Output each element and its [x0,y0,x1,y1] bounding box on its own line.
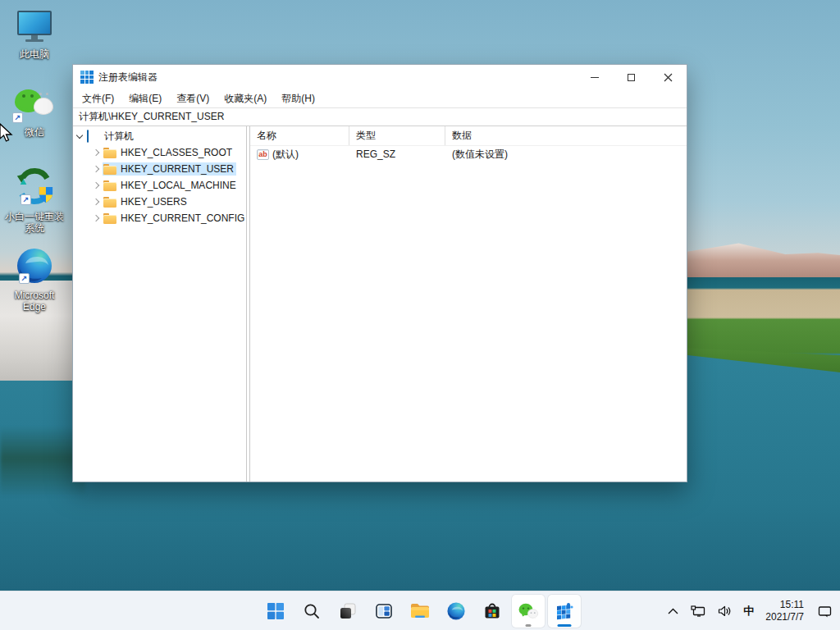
tree-item-hkey-current-config[interactable]: HKEY_CURRENT_CONFIG [73,210,246,226]
titlebar[interactable]: 注册表编辑器 [73,65,687,89]
tree-item-label: HKEY_USERS [116,196,187,208]
tree-item-label: HKEY_CURRENT_CONFIG [116,212,244,224]
table-row[interactable]: ab (默认) REG_SZ (数值未设置) [250,146,687,162]
desktop-icon-xiaobai-reinstall[interactable]: ↗ 小白一键重装 系统 [0,164,69,234]
tree-item-hkey-classes-root[interactable]: HKEY_CLASSES_ROOT [73,144,246,161]
volume-button[interactable] [714,602,735,620]
edge-taskbar-button[interactable] [440,595,472,628]
wechat-taskbar-button[interactable] [512,595,545,628]
desktop-icon-label: Microsoft Edge [15,290,55,313]
running-indicator [526,624,532,627]
minimize-icon [591,77,599,78]
folder-icon [103,197,116,208]
wechat-icon: ↗ [14,84,55,124]
clock-time: 15:11 [765,599,804,611]
menu-help[interactable]: 帮助(H) [274,89,322,107]
regedit-taskbar-button[interactable] [548,595,581,628]
wallpaper-grass [684,348,840,372]
microsoft-store-button[interactable] [476,595,509,628]
xiaobai-reinstall-icon: ↗ [14,164,55,208]
tree-item-hkey-current-user[interactable]: HKEY_CURRENT_USER [73,161,246,177]
shortcut-arrow-icon: ↗ [12,112,23,123]
edge-icon [446,601,466,621]
desktop-icon-edge[interactable]: ↗ Microsoft Edge [0,244,69,313]
desktop-icon-label: 微信 [25,126,44,138]
chevron-right-icon[interactable] [89,162,103,176]
value-list: 名称 类型 数据 ab (默认) REG_SZ (数值未设置) [250,126,687,482]
tree-item-computer[interactable]: 计算机 [73,128,246,144]
shortcut-arrow-icon: ↗ [21,194,31,205]
start-button[interactable] [259,595,292,628]
ime-indicator[interactable]: 中 [741,600,756,622]
widgets-button[interactable] [368,595,400,628]
menubar: 文件(F) 编辑(E) 查看(V) 收藏夹(A) 帮助(H) [73,89,687,107]
reg-sz-icon: ab [257,149,269,160]
registry-tree: 计算机 HKEY_CLASSES_ROOT HKEY_CURRENT_USER [73,126,246,482]
this-pc-icon [14,7,55,46]
tree-item-hkey-users[interactable]: HKEY_USERS [73,194,246,210]
chevron-right-icon[interactable] [89,212,103,225]
clock-date: 2021/7/7 [765,611,804,623]
notification-icon [818,605,832,618]
mouse-cursor [0,123,13,143]
clock[interactable]: 15:11 2021/7/7 [762,599,809,623]
menu-file[interactable]: 文件(F) [75,89,121,107]
regedit-icon [555,601,574,621]
chevron-right-icon[interactable] [89,146,103,159]
tree-item-label: 计算机 [100,130,134,144]
wechat-icon [518,601,539,621]
microsoft-store-icon [482,601,502,621]
network-button[interactable] [687,602,709,620]
windows-logo-icon [267,602,285,620]
value-type: REG_SZ [349,148,445,160]
address-bar[interactable]: 计算机\HKEY_CURRENT_USER [73,107,687,126]
taskbar: 中 15:11 2021/7/7 [0,591,840,630]
active-indicator [558,624,572,627]
regedit-app-icon [80,71,94,84]
list-header: 名称 类型 数据 [250,126,687,146]
tree-item-label: HKEY_CLASSES_ROOT [116,147,232,158]
maximize-button[interactable] [613,65,650,89]
tray-overflow-button[interactable] [664,605,682,618]
desktop-icon-this-pc[interactable]: 此电脑 [0,7,69,60]
chevron-right-icon[interactable] [89,179,103,192]
column-header-type[interactable]: 类型 [349,126,445,145]
tree-item-label: HKEY_CURRENT_USER [116,163,234,175]
column-header-data[interactable]: 数据 [445,126,687,145]
file-explorer-icon [409,601,431,621]
task-view-button[interactable] [331,595,364,628]
close-button[interactable] [650,65,687,89]
desktop-icon-label: 此电脑 [20,48,49,60]
column-header-name[interactable]: 名称 [250,126,349,145]
search-button[interactable] [295,595,328,628]
value-data: (数值未设置) [445,148,687,162]
tree-item-label: HKEY_LOCAL_MACHINE [116,180,236,191]
address-path: 计算机\HKEY_CURRENT_USER [73,110,224,124]
chevron-right-icon[interactable] [89,195,103,208]
widgets-icon [374,601,394,621]
maximize-icon [628,74,635,81]
search-icon [303,602,321,620]
minimize-button[interactable] [576,65,613,89]
chevron-down-icon[interactable] [73,130,86,143]
notification-center-button[interactable] [815,602,835,621]
folder-icon [103,164,116,175]
menu-favorites[interactable]: 收藏夹(A) [217,89,274,107]
regedit-window: 注册表编辑器 文件(F) 编辑(E) 查看(V) 收藏夹(A) 帮助(H) 计算… [72,64,687,482]
folder-icon [103,148,116,158]
value-name: (默认) [272,148,299,162]
tree-item-hkey-local-machine[interactable]: HKEY_LOCAL_MACHINE [73,177,246,194]
chevron-up-icon [668,608,678,614]
desktop-icon-label: 小白一键重装 系统 [5,211,64,234]
edge-icon: ↗ [14,244,55,287]
menu-edit[interactable]: 编辑(E) [121,89,169,107]
file-explorer-button[interactable] [404,595,436,628]
close-icon [664,73,673,82]
computer-icon [87,130,100,142]
shortcut-arrow-icon: ↗ [19,273,30,284]
menu-view[interactable]: 查看(V) [169,89,217,107]
network-icon [691,605,705,617]
speaker-icon [718,605,732,617]
folder-icon [103,213,116,224]
window-title: 注册表编辑器 [98,71,158,84]
